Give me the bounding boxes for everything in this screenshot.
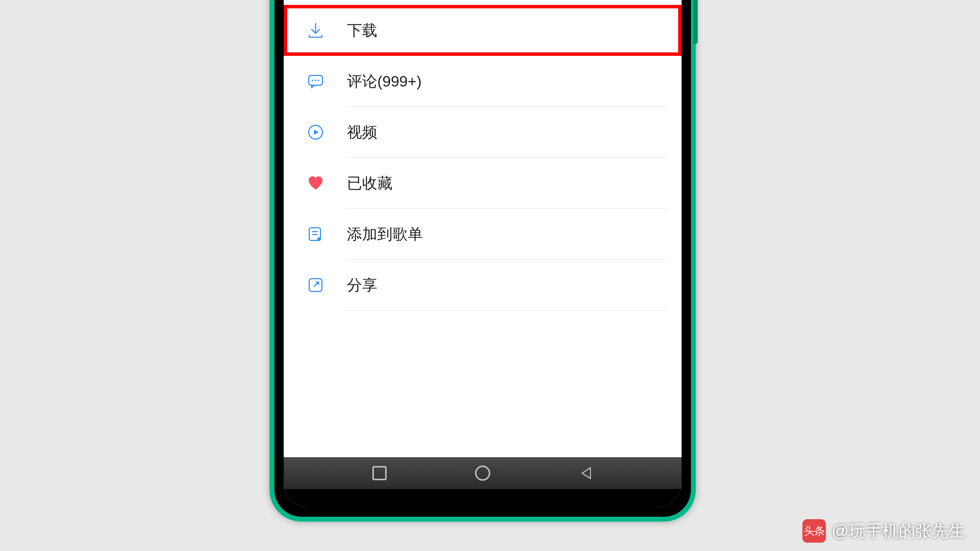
screen: 下载 评论(999+)	[284, 0, 682, 507]
menu-item-share[interactable]: 分享	[284, 260, 682, 311]
phone-frame: 下载 评论(999+)	[269, 0, 696, 522]
watermark-handle: @玩手机的张先生	[832, 520, 965, 542]
android-nav-bar	[284, 457, 682, 489]
comment-icon	[306, 71, 325, 91]
menu-item-comments[interactable]: 评论(999+)	[284, 56, 682, 107]
nav-home-button[interactable]	[473, 463, 492, 483]
svg-point-2	[315, 79, 316, 81]
nav-back-button[interactable]	[576, 463, 596, 483]
menu-label: 视频	[347, 122, 377, 143]
download-icon	[306, 21, 325, 40]
menu-label: 下载	[347, 20, 377, 41]
watermark: 头条 @玩手机的张先生	[802, 519, 965, 543]
menu-item-favorited[interactable]: 已收藏	[284, 158, 682, 209]
phone-side-button	[694, 0, 698, 44]
circle-icon	[475, 465, 490, 481]
menu-item-add-playlist[interactable]: 添加到歌单	[284, 209, 682, 260]
menu-item-video[interactable]: 视频	[284, 107, 682, 158]
menu-label: 添加到歌单	[347, 224, 423, 245]
menu-label: 已收藏	[347, 173, 393, 194]
square-icon	[372, 466, 387, 480]
menu-label: 评论(999+)	[347, 71, 422, 92]
nav-recent-button[interactable]	[370, 463, 389, 483]
divider	[345, 310, 667, 311]
heart-icon	[306, 173, 325, 193]
menu-label: 分享	[347, 275, 377, 295]
action-menu: 下载 评论(999+)	[284, 0, 682, 457]
phone-chin	[284, 489, 682, 507]
phone-inner: 下载 评论(999+)	[284, 0, 682, 507]
watermark-logo: 头条	[802, 519, 826, 543]
svg-point-1	[312, 79, 313, 81]
menu-item-download[interactable]: 下载	[284, 5, 682, 56]
triangle-icon	[580, 465, 592, 481]
playlist-add-icon	[306, 224, 325, 244]
share-icon	[306, 275, 325, 295]
svg-point-3	[318, 79, 319, 81]
video-icon	[306, 122, 325, 142]
